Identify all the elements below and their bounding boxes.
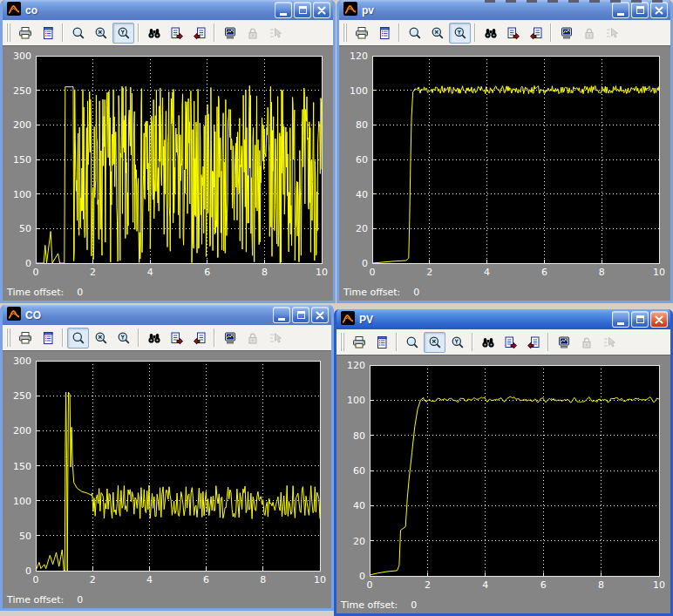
print-button[interactable]: [348, 332, 370, 353]
titlebar[interactable]: co: [3, 0, 333, 20]
toolbar-gripper[interactable]: [343, 24, 347, 42]
print-button[interactable]: [14, 328, 36, 349]
titlebar[interactable]: PV: [336, 309, 670, 329]
matlab-scope-icon: [343, 2, 357, 19]
restore-axes-button[interactable]: [188, 328, 210, 349]
time-offset-label: Time offset:: [343, 287, 400, 298]
zoom-x-icon: [428, 335, 442, 349]
floating-scope-button[interactable]: [553, 332, 574, 353]
figure-area: 0246810050100150200250300: [3, 351, 331, 592]
autoscale-icon: [481, 335, 495, 349]
zoom-x-button[interactable]: [90, 23, 112, 44]
zoom-x-button[interactable]: [426, 23, 448, 44]
print-button[interactable]: [350, 23, 372, 44]
time-offset-value: 0: [411, 599, 417, 611]
close-button[interactable]: [650, 311, 668, 328]
toolbar-separator: [214, 328, 215, 347]
lock-axes-icon: [582, 26, 596, 40]
minimize-icon: [278, 318, 285, 321]
y-tick-label: 300: [13, 51, 31, 62]
maximize-button[interactable]: [294, 2, 311, 18]
matlab-scope-icon: [341, 311, 355, 328]
window-title: pv: [362, 4, 608, 17]
zoom-y-button[interactable]: [449, 23, 471, 44]
zoom-button[interactable]: [404, 23, 425, 44]
autoscale-button[interactable]: [477, 332, 499, 353]
minimize-button[interactable]: [612, 311, 629, 328]
restore-axes-button[interactable]: [188, 23, 210, 44]
restore-axes-button[interactable]: [525, 23, 547, 44]
autoscale-button[interactable]: [479, 23, 501, 44]
y-tick-label: 250: [13, 85, 31, 97]
maximize-button[interactable]: [292, 307, 309, 323]
scope-plot[interactable]: 0246810020406080100120: [336, 355, 670, 597]
x-tick-label: 10: [316, 267, 328, 278]
x-tick-label: 10: [653, 267, 665, 278]
print-button[interactable]: [14, 23, 36, 44]
titlebar[interactable]: pv: [339, 0, 670, 20]
maximize-icon: [297, 311, 305, 319]
floating-scope-icon: [223, 26, 237, 40]
floating-scope-button[interactable]: [219, 328, 241, 349]
toolbar-gripper[interactable]: [6, 24, 10, 42]
lock-axes-button: [241, 23, 263, 44]
scope-plot[interactable]: 0246810050100150200250300: [3, 351, 331, 592]
zoom-button[interactable]: [67, 328, 89, 349]
zoom-y-button[interactable]: [446, 332, 468, 353]
maximize-button[interactable]: [631, 311, 649, 328]
close-icon: [316, 311, 324, 320]
scope-window-co: co 0246810050100150200250300 Time offset…: [0, 0, 336, 303]
x-tick-label: 6: [540, 579, 547, 591]
autoscale-button[interactable]: [143, 328, 165, 349]
y-tick-label: 60: [356, 154, 368, 166]
restore-axes-icon: [193, 331, 207, 345]
parameters-button[interactable]: [37, 23, 58, 44]
scope-toolbar: [336, 329, 670, 355]
floating-scope-button[interactable]: [219, 23, 241, 44]
scope-plot[interactable]: 0246810050100150200250300: [3, 46, 333, 284]
close-button[interactable]: [650, 2, 668, 18]
floating-scope-button[interactable]: [555, 23, 577, 44]
restore-axes-button[interactable]: [522, 332, 544, 353]
figure-area: 0246810020406080100120: [339, 46, 670, 284]
y-tick-label: 40: [353, 500, 365, 511]
zoom-button[interactable]: [67, 23, 89, 44]
titlebar[interactable]: CO: [3, 305, 331, 325]
toolbar-gripper[interactable]: [340, 333, 344, 351]
toolbar-gripper[interactable]: [6, 328, 10, 347]
parameters-button[interactable]: [37, 328, 58, 349]
minimize-button[interactable]: [275, 2, 292, 18]
maximize-button[interactable]: [631, 2, 649, 18]
save-axes-icon: [506, 26, 520, 40]
print-icon: [18, 331, 32, 345]
zoom-y-button[interactable]: [112, 23, 134, 44]
maximize-icon: [636, 6, 644, 14]
save-axes-button[interactable]: [500, 332, 521, 353]
zoom-x-button[interactable]: [90, 328, 112, 349]
autoscale-button[interactable]: [143, 23, 165, 44]
minimize-button[interactable]: [612, 2, 629, 18]
zoom-button[interactable]: [401, 332, 423, 353]
close-button[interactable]: [311, 307, 329, 323]
maximize-icon: [299, 6, 307, 14]
close-button[interactable]: [313, 2, 330, 18]
y-tick-label: 200: [13, 425, 31, 437]
zoom-x-button[interactable]: [424, 332, 445, 353]
signal-selection-icon: [269, 331, 282, 345]
minimize-button[interactable]: [273, 307, 290, 323]
signal-selection-icon: [602, 335, 616, 349]
y-tick-label: 120: [350, 51, 368, 62]
parameters-button[interactable]: [370, 332, 392, 353]
x-tick-label: 8: [598, 579, 604, 591]
scope-plot[interactable]: 0246810020406080100120: [339, 46, 670, 284]
scope-toolbar: [3, 325, 331, 351]
x-tick-label: 6: [203, 574, 209, 586]
save-axes-button[interactable]: [166, 328, 187, 349]
time-offset-label: Time offset:: [7, 287, 64, 298]
save-axes-button[interactable]: [502, 23, 524, 44]
save-axes-button[interactable]: [166, 23, 187, 44]
close-icon: [655, 6, 663, 15]
parameters-button[interactable]: [373, 23, 395, 44]
parameters-icon: [375, 335, 389, 349]
zoom-y-button[interactable]: [112, 328, 134, 349]
